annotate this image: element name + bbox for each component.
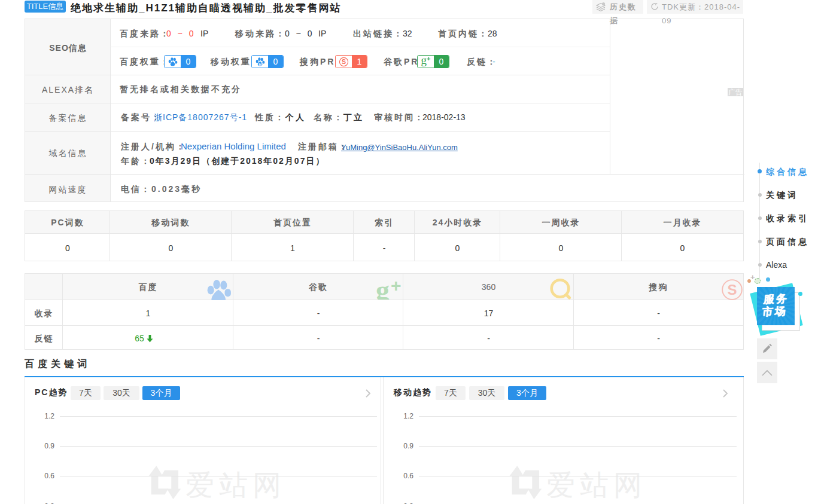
svg-text:M: M	[259, 62, 261, 66]
svg-text:S: S	[727, 282, 737, 298]
svg-text:S: S	[342, 58, 346, 65]
